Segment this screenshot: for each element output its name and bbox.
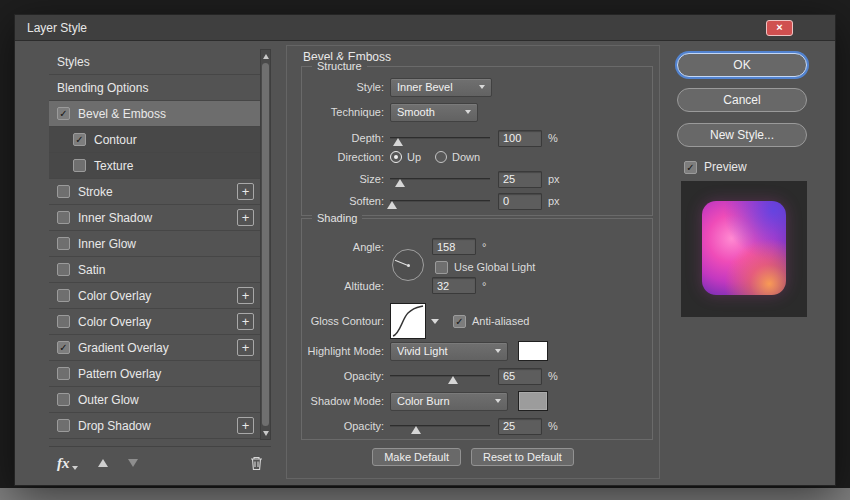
angle-unit: ° xyxy=(482,241,486,253)
shadow-opacity-row: Opacity: % xyxy=(302,416,646,436)
highlight-mode-row: Highlight Mode: Vivid Light xyxy=(302,341,646,361)
effect-checkbox[interactable] xyxy=(57,367,70,380)
sidebar-item-label: Color Overlay xyxy=(78,315,151,329)
cancel-button[interactable]: Cancel xyxy=(677,88,807,112)
shading-group: Shading Angle: ° Use Global Light Altitu… xyxy=(301,218,653,440)
effect-checkbox[interactable] xyxy=(73,159,86,172)
shading-group-title: Shading xyxy=(312,212,362,224)
add-effect-button[interactable]: + xyxy=(237,287,254,304)
angle-input[interactable] xyxy=(432,238,476,255)
sidebar-item-drop-shadow[interactable]: Drop Shadow+ xyxy=(49,413,260,439)
sidebar-item-inner-glow[interactable]: Inner Glow xyxy=(49,231,260,257)
slider-track xyxy=(390,200,490,202)
sidebar-item-label: Pattern Overlay xyxy=(78,367,161,381)
depth-row: Depth: % xyxy=(302,128,646,148)
size-slider[interactable] xyxy=(390,171,490,187)
direction-down-radio[interactable] xyxy=(435,151,447,163)
move-up-icon[interactable] xyxy=(98,459,108,467)
direction-row: Direction: Up Down xyxy=(302,149,646,165)
effect-checkbox[interactable] xyxy=(57,211,70,224)
highlight-opacity-slider[interactable] xyxy=(390,368,490,384)
sidebar-item-label: Color Overlay xyxy=(78,289,151,303)
ok-button[interactable]: OK xyxy=(677,53,807,77)
chevron-down-icon xyxy=(495,349,501,353)
reset-to-default-button[interactable]: Reset to Default xyxy=(471,448,574,466)
highlight-opacity-label: Opacity: xyxy=(302,370,390,382)
slider-thumb[interactable] xyxy=(411,426,421,434)
slider-thumb[interactable] xyxy=(448,376,458,384)
depth-input[interactable] xyxy=(498,130,542,147)
altitude-input[interactable] xyxy=(432,277,476,294)
sidebar-item-contour[interactable]: ✓Contour xyxy=(49,127,260,153)
add-effect-button[interactable]: + xyxy=(237,313,254,330)
chevron-down-icon[interactable] xyxy=(431,319,439,324)
effect-checkbox[interactable] xyxy=(57,185,70,198)
shadow-opacity-slider[interactable] xyxy=(390,418,490,434)
style-select-value: Inner Bevel xyxy=(397,81,473,93)
shadow-mode-select[interactable]: Color Burn xyxy=(390,392,508,411)
add-effect-button[interactable]: + xyxy=(237,417,254,434)
depth-slider[interactable] xyxy=(390,130,490,146)
effect-checkbox[interactable] xyxy=(57,315,70,328)
slider-thumb[interactable] xyxy=(393,138,403,146)
sidebar-item-label: Satin xyxy=(78,263,105,277)
direction-up-radio[interactable] xyxy=(390,151,402,163)
sidebar-item-bevel-emboss[interactable]: ✓Bevel & Emboss xyxy=(49,101,260,127)
effect-checkbox[interactable] xyxy=(57,289,70,302)
shadow-opacity-input[interactable] xyxy=(498,418,542,435)
use-global-light-checkbox[interactable] xyxy=(435,261,448,274)
style-select[interactable]: Inner Bevel xyxy=(390,78,492,97)
add-effect-button[interactable]: + xyxy=(237,209,254,226)
delete-effect-button[interactable] xyxy=(250,456,263,471)
dialog-title: Layer Style xyxy=(27,21,87,35)
scroll-up-icon xyxy=(263,54,269,59)
effect-checkbox[interactable] xyxy=(57,393,70,406)
sidebar-item-color-overlay[interactable]: Color Overlay+ xyxy=(49,283,260,309)
slider-thumb[interactable] xyxy=(387,201,397,209)
highlight-mode-label: Highlight Mode: xyxy=(302,345,390,357)
effect-checkbox[interactable]: ✓ xyxy=(73,133,86,146)
highlight-opacity-input[interactable] xyxy=(498,368,542,385)
effect-checkbox[interactable]: ✓ xyxy=(57,107,70,120)
sidebar-item-color-overlay[interactable]: Color Overlay+ xyxy=(49,309,260,335)
soften-label: Soften: xyxy=(302,195,390,207)
size-input[interactable] xyxy=(498,171,542,188)
move-down-icon[interactable] xyxy=(128,459,138,467)
sidebar-item-gradient-overlay[interactable]: ✓Gradient Overlay+ xyxy=(49,335,260,361)
sidebar-item-satin[interactable]: Satin xyxy=(49,257,260,283)
technique-select[interactable]: Smooth xyxy=(390,103,478,122)
sidebar-item-label: Styles xyxy=(57,55,90,69)
highlight-color-swatch[interactable] xyxy=(518,341,548,361)
highlight-mode-select[interactable]: Vivid Light xyxy=(390,342,508,361)
sidebar-item-stroke[interactable]: Stroke+ xyxy=(49,179,260,205)
fx-menu-button[interactable]: fx xyxy=(57,455,78,472)
effect-checkbox[interactable] xyxy=(57,263,70,276)
sidebar-item-styles[interactable]: Styles xyxy=(49,49,260,75)
effect-checkbox[interactable]: ✓ xyxy=(57,341,70,354)
sidebar-item-blending-options[interactable]: Blending Options xyxy=(49,75,260,101)
effect-checkbox[interactable] xyxy=(57,237,70,250)
preview-checkbox[interactable]: ✓ xyxy=(684,161,697,174)
scroll-down-button[interactable] xyxy=(261,427,270,439)
new-style-button[interactable]: New Style... xyxy=(677,123,807,147)
style-list-scrollbar[interactable] xyxy=(260,49,271,440)
scrollbar-thumb[interactable] xyxy=(262,63,269,426)
soften-slider[interactable] xyxy=(390,193,490,209)
make-default-button[interactable]: Make Default xyxy=(372,448,461,466)
slider-thumb[interactable] xyxy=(395,179,405,187)
scroll-up-button[interactable] xyxy=(261,50,270,62)
sidebar-item-outer-glow[interactable]: Outer Glow xyxy=(49,387,260,413)
gloss-contour-thumbnail[interactable] xyxy=(390,303,426,339)
anti-aliased-checkbox[interactable]: ✓ xyxy=(453,315,466,328)
add-effect-button[interactable]: + xyxy=(237,183,254,200)
depth-unit: % xyxy=(548,132,558,144)
sidebar-item-pattern-overlay[interactable]: Pattern Overlay xyxy=(49,361,260,387)
soften-input[interactable] xyxy=(498,193,542,210)
radio-dot xyxy=(394,155,398,159)
shadow-color-swatch[interactable] xyxy=(518,391,548,411)
sidebar-item-texture[interactable]: Texture xyxy=(49,153,260,179)
sidebar-item-inner-shadow[interactable]: Inner Shadow+ xyxy=(49,205,260,231)
add-effect-button[interactable]: + xyxy=(237,339,254,356)
effect-checkbox[interactable] xyxy=(57,419,70,432)
chevron-down-icon xyxy=(495,399,501,403)
